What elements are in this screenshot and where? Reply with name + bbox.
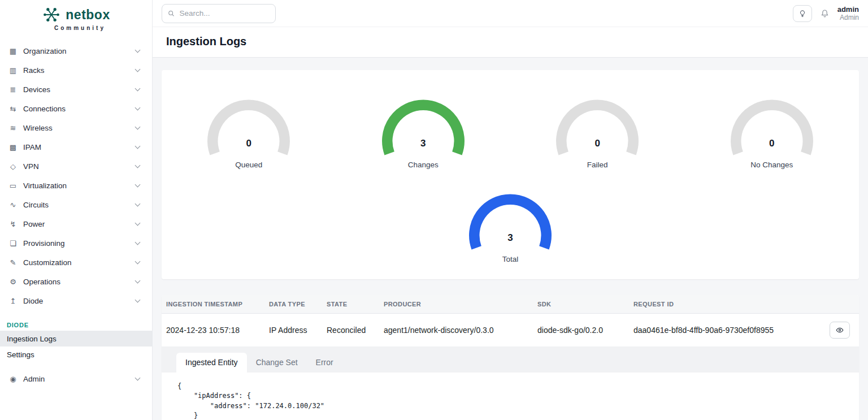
gauge-value: 0 — [724, 138, 819, 149]
sidebar-item-racks[interactable]: ▥ Racks — [0, 60, 152, 80]
col-header-actions — [819, 298, 859, 310]
sidebar-item-devices[interactable]: ≣ Devices — [0, 80, 152, 99]
table-header-row: Ingestion Timestamp Data Type State Prod… — [162, 295, 859, 314]
gauge-label: Queued — [235, 161, 262, 169]
page-header: Ingestion Logs — [153, 27, 868, 58]
sidebar-item-connections[interactable]: ⇆ Connections — [0, 99, 152, 118]
admin-icon: ◉ — [8, 375, 18, 383]
tab-change-set[interactable]: Change Set — [247, 353, 307, 373]
chevron-down-icon — [135, 105, 141, 111]
brand-subtitle: Community — [54, 25, 106, 31]
sidebar-item-power[interactable]: ↯ Power — [0, 214, 152, 233]
col-header-timestamp[interactable]: Ingestion Timestamp — [162, 295, 264, 313]
chevron-down-icon — [135, 201, 141, 207]
lightbulb-icon — [798, 9, 806, 18]
cell-data-type: IP Address — [264, 318, 322, 343]
power-icon: ↯ — [8, 220, 18, 228]
cell-sdk: diode-sdk-go/0.2.0 — [533, 318, 629, 343]
gauge-no-changes: 0 No Changes — [724, 98, 819, 169]
col-header-data-type[interactable]: Data Type — [264, 295, 322, 313]
wireless-icon: ≋ — [8, 124, 18, 132]
racks-icon: ▥ — [8, 66, 18, 75]
eye-icon — [835, 326, 844, 334]
sidebar-item-settings[interactable]: Settings — [0, 347, 152, 362]
sidebar-item-operations[interactable]: ⚙ Operations — [0, 272, 152, 291]
organization-icon: ▦ — [8, 47, 18, 55]
tab-ingested-entity[interactable]: Ingested Entity — [176, 353, 247, 373]
app-root: netbox Community ▦ Organization ▥ Racks … — [0, 0, 868, 420]
chevron-down-icon — [135, 163, 141, 168]
col-header-request-id[interactable]: Request ID — [629, 295, 819, 313]
sidebar-item-customization[interactable]: ✎ Customization — [0, 253, 152, 272]
sidebar-item-wireless[interactable]: ≋ Wireless — [0, 118, 152, 137]
sidebar-item-provisioning[interactable]: ❏ Provisioning — [0, 233, 152, 253]
gauge-value: 3 — [376, 138, 471, 149]
main-area: admin Admin Ingestion Logs 0 — [153, 0, 868, 420]
chevron-down-icon — [135, 144, 141, 149]
gauge-value: 0 — [550, 138, 645, 149]
netbox-logo-icon — [42, 6, 61, 24]
sidebar-item-admin[interactable]: ◉ Admin — [0, 369, 152, 388]
vpn-icon: ◇ — [8, 162, 18, 171]
col-header-state[interactable]: State — [322, 295, 379, 313]
gauges-card: 0 Queued 3 Changes — [162, 70, 859, 279]
chevron-down-icon — [135, 220, 141, 226]
page-title: Ingestion Logs — [166, 35, 854, 48]
sidebar-item-circuits[interactable]: ∿ Circuits — [0, 195, 152, 214]
customization-icon: ✎ — [8, 258, 18, 267]
provisioning-icon: ❏ — [8, 239, 18, 248]
search-icon — [168, 10, 175, 18]
chevron-down-icon — [135, 86, 141, 92]
gauge-value: 0 — [201, 138, 296, 149]
table-row[interactable]: 2024-12-23 10:57:18 IP Address Reconcile… — [162, 314, 859, 347]
cell-state: Reconciled — [322, 318, 379, 343]
sidebar-item-organization[interactable]: ▦ Organization — [0, 41, 152, 60]
col-header-sdk[interactable]: SDK — [533, 295, 629, 313]
gauge-failed: 0 Failed — [550, 98, 645, 169]
cell-producer: agent1/network-discovery/0.3.0 — [379, 318, 533, 343]
sidebar-item-virtualization[interactable]: ▭ Virtualization — [0, 176, 152, 195]
view-details-button[interactable] — [830, 322, 850, 339]
gauge-queued: 0 Queued — [201, 98, 296, 169]
gauge-label: Changes — [408, 161, 439, 169]
page-content: 0 Queued 3 Changes — [153, 58, 868, 420]
gauge-row-total: 3 Total — [162, 193, 859, 263]
chevron-down-icon — [135, 182, 141, 188]
gauge-changes: 3 Changes — [376, 98, 471, 169]
notifications-button[interactable] — [820, 8, 830, 19]
user-role: Admin — [837, 14, 859, 21]
virtualization-icon: ▭ — [8, 181, 18, 190]
ipam-icon: ▩ — [8, 143, 18, 151]
user-menu[interactable]: admin Admin — [837, 5, 859, 22]
ingested-entity-panel: { "ipAddress": { "address": "172.24.0.10… — [162, 373, 859, 420]
cell-timestamp: 2024-12-23 10:57:18 — [162, 318, 264, 343]
sidebar-item-vpn[interactable]: ◇ VPN — [0, 157, 152, 176]
sidebar-nav: ▦ Organization ▥ Racks ≣ Devices ⇆ Conne… — [0, 41, 152, 388]
sidebar-item-ipam[interactable]: ▩ IPAM — [0, 137, 152, 157]
gauge-total: 3 Total — [463, 193, 558, 263]
cell-request-id: daa0461e-bf8d-4ffb-90a6-9730ef0f8955 — [629, 318, 819, 343]
devices-icon: ≣ — [8, 85, 18, 94]
chevron-down-icon — [135, 297, 141, 303]
chevron-down-icon — [135, 259, 141, 265]
gauge-label: Failed — [587, 161, 608, 169]
theme-toggle-button[interactable] — [793, 5, 812, 22]
chevron-down-icon — [135, 67, 141, 72]
topbar: admin Admin — [153, 0, 868, 27]
operations-icon: ⚙ — [8, 278, 18, 286]
tab-error[interactable]: Error — [307, 353, 342, 373]
detail-tab-bar: Ingested Entity Change Set Error — [162, 347, 859, 373]
search-input[interactable] — [179, 9, 270, 18]
sidebar-item-ingestion-logs[interactable]: Ingestion Logs — [0, 331, 152, 347]
search-box[interactable] — [162, 4, 276, 23]
gauge-row-top: 0 Queued 3 Changes — [162, 98, 859, 169]
bell-icon — [820, 8, 830, 19]
diode-icon: ↥ — [8, 297, 18, 305]
sidebar-item-diode[interactable]: ↥ Diode — [0, 291, 152, 310]
chevron-down-icon — [135, 375, 141, 381]
chevron-down-icon — [135, 124, 141, 130]
col-header-producer[interactable]: Producer — [379, 295, 533, 313]
json-code-block: { "ipAddress": { "address": "172.24.0.10… — [177, 382, 843, 420]
user-name: admin — [837, 5, 859, 14]
brand-logo[interactable]: netbox Community — [0, 0, 152, 34]
